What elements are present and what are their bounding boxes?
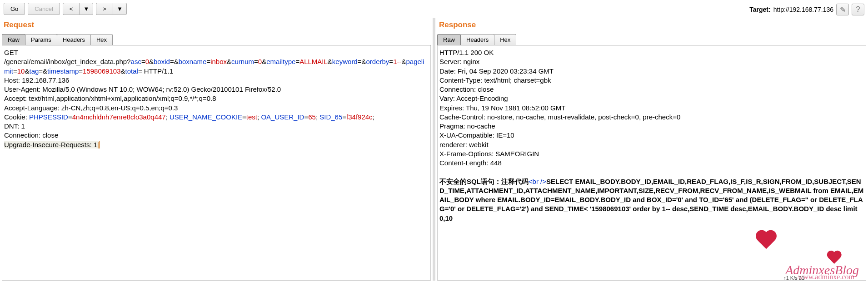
tab-hex[interactable]: Hex (90, 34, 113, 45)
next-dropdown[interactable]: ▼ (113, 3, 127, 15)
next-button[interactable]: > (96, 3, 113, 15)
request-pane: Request RawParamsHeadersHex GET/general/… (0, 18, 433, 281)
help-button[interactable]: ? (852, 4, 864, 15)
request-tabs: RawParamsHeadersHex (2, 34, 431, 45)
prev-dropdown[interactable]: ▼ (79, 3, 93, 15)
response-content[interactable]: HTTP/1.1 200 OKServer: nginxDate: Fri, 0… (437, 45, 866, 281)
tab-headers[interactable]: Headers (460, 34, 494, 45)
target-value: http://192.168.77.136 (773, 6, 833, 13)
next-button-group: > ▼ (96, 3, 126, 15)
go-button[interactable]: Go (4, 3, 25, 15)
edit-target-button[interactable]: ✎ (836, 4, 849, 15)
request-title: Request (2, 18, 431, 34)
response-pane: Response RawHeadersHex HTTP/1.1 200 OKSe… (435, 18, 868, 281)
tab-raw[interactable]: Raw (437, 34, 461, 45)
network-indicator: ↑1 K/s 21 (783, 275, 804, 281)
tab-params[interactable]: Params (25, 34, 57, 45)
response-tabs: RawHeadersHex (437, 34, 866, 45)
tab-headers[interactable]: Headers (57, 34, 91, 45)
toolbar: Go Cancel < ▼ > ▼ (0, 0, 868, 18)
panes: Request RawParamsHeadersHex GET/general/… (0, 18, 868, 281)
request-content[interactable]: GET/general/email/inbox/get_index_data.p… (2, 45, 431, 281)
target-label: Target: (749, 6, 770, 13)
question-icon: ? (856, 5, 860, 14)
cancel-button[interactable]: Cancel (28, 3, 60, 15)
prev-button[interactable]: < (63, 3, 80, 15)
response-title: Response (437, 18, 866, 34)
tab-hex[interactable]: Hex (494, 34, 516, 45)
pencil-icon: ✎ (840, 5, 846, 14)
target-bar: Target: http://192.168.77.136 ✎ ? (749, 4, 864, 15)
prev-button-group: < ▼ (63, 3, 93, 15)
tab-raw[interactable]: Raw (2, 34, 25, 45)
